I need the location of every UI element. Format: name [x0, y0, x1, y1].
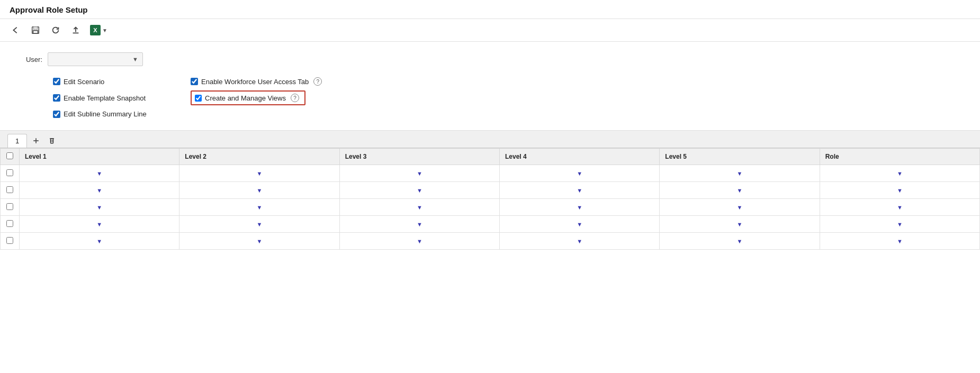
role-cell[interactable]: ▼: [820, 165, 979, 182]
role-dropdown[interactable]: ▼: [823, 168, 976, 179]
level1-cell[interactable]: ▼: [20, 233, 179, 250]
level5-cell[interactable]: ▼: [660, 233, 820, 250]
header-level5: Level 5: [660, 149, 820, 165]
excel-button[interactable]: X ▼: [88, 23, 110, 38]
tab-1[interactable]: 1: [7, 134, 27, 148]
edit-scenario-checkbox[interactable]: [53, 78, 60, 85]
user-dropdown[interactable]: ▼: [48, 52, 143, 66]
empty-col: [191, 108, 959, 120]
level1-cell[interactable]: ▼: [20, 182, 179, 199]
level2-cell[interactable]: ▼: [179, 199, 339, 216]
workforce-tab-label[interactable]: Enable Workforce User Access Tab: [201, 78, 309, 86]
level3-dropdown[interactable]: ▼: [343, 185, 496, 196]
level1-dropdown[interactable]: ▼: [23, 185, 176, 196]
level5-dropdown[interactable]: ▼: [663, 168, 816, 179]
workforce-tab-checkbox[interactable]: [191, 78, 198, 85]
level1-dropdown-arrow: ▼: [96, 221, 102, 228]
delete-tab-button[interactable]: [45, 134, 59, 148]
level4-dropdown[interactable]: ▼: [503, 202, 656, 213]
upload-button[interactable]: [68, 23, 84, 38]
level1-cell[interactable]: ▼: [20, 216, 179, 233]
role-dropdown[interactable]: ▼: [823, 185, 976, 196]
add-tab-button[interactable]: [29, 134, 43, 148]
level4-dropdown-arrow: ▼: [577, 221, 582, 228]
template-snapshot-label[interactable]: Enable Template Snapshot: [64, 94, 146, 102]
level5-cell[interactable]: ▼: [660, 216, 820, 233]
level5-dropdown[interactable]: ▼: [663, 202, 816, 213]
role-cell[interactable]: ▼: [820, 199, 979, 216]
select-all-checkbox[interactable]: [6, 152, 13, 159]
create-views-help-icon[interactable]: ?: [291, 94, 299, 102]
level5-cell[interactable]: ▼: [660, 199, 820, 216]
workforce-tab-help-icon[interactable]: ?: [313, 77, 322, 86]
level2-dropdown[interactable]: ▼: [183, 185, 336, 196]
refresh-button[interactable]: [48, 23, 64, 38]
create-views-label[interactable]: Create and Manage Views: [205, 94, 286, 102]
level3-cell[interactable]: ▼: [339, 216, 499, 233]
level2-dropdown[interactable]: ▼: [183, 235, 336, 247]
row-checkbox-1[interactable]: [6, 169, 13, 176]
row-checkbox-2[interactable]: [6, 186, 13, 193]
level5-cell[interactable]: ▼: [660, 182, 820, 199]
level1-dropdown[interactable]: ▼: [23, 168, 176, 179]
back-button[interactable]: [7, 23, 23, 38]
role-dropdown[interactable]: ▼: [823, 235, 976, 247]
level3-cell[interactable]: ▼: [339, 165, 499, 182]
subline-label[interactable]: Edit Subline Summary Line: [64, 110, 147, 118]
table-row: ▼▼▼▼▼▼: [1, 216, 980, 233]
level4-cell[interactable]: ▼: [499, 165, 659, 182]
level5-dropdown-arrow: ▼: [737, 170, 743, 177]
svg-rect-2: [33, 31, 38, 33]
header-level3: Level 3: [339, 149, 499, 165]
level5-dropdown[interactable]: ▼: [663, 235, 816, 247]
level2-cell[interactable]: ▼: [179, 216, 339, 233]
level4-cell[interactable]: ▼: [499, 233, 659, 250]
level4-dropdown[interactable]: ▼: [503, 185, 656, 196]
level5-dropdown[interactable]: ▼: [663, 185, 816, 196]
level2-dropdown[interactable]: ▼: [183, 168, 336, 179]
subline-checkbox[interactable]: [53, 111, 60, 118]
level3-dropdown[interactable]: ▼: [343, 168, 496, 179]
level5-dropdown-arrow: ▼: [737, 238, 743, 244]
level2-dropdown[interactable]: ▼: [183, 202, 336, 213]
level3-dropdown[interactable]: ▼: [343, 202, 496, 213]
level3-cell[interactable]: ▼: [339, 233, 499, 250]
save-button[interactable]: [28, 23, 43, 38]
level3-cell[interactable]: ▼: [339, 199, 499, 216]
row-checkbox-3[interactable]: [6, 203, 13, 210]
level5-cell[interactable]: ▼: [660, 165, 820, 182]
level1-dropdown[interactable]: ▼: [23, 219, 176, 230]
row-checkbox-5[interactable]: [6, 237, 13, 244]
level2-cell[interactable]: ▼: [179, 182, 339, 199]
role-cell[interactable]: ▼: [820, 233, 979, 250]
level4-cell[interactable]: ▼: [499, 182, 659, 199]
level3-cell[interactable]: ▼: [339, 182, 499, 199]
row-checkbox-4[interactable]: [6, 220, 13, 227]
level2-cell[interactable]: ▼: [179, 165, 339, 182]
level3-dropdown[interactable]: ▼: [343, 235, 496, 247]
grid-container: Level 1 Level 2 Level 3 Level 4 Level 5 …: [0, 148, 980, 250]
level4-dropdown[interactable]: ▼: [503, 168, 656, 179]
role-cell[interactable]: ▼: [820, 216, 979, 233]
level4-cell[interactable]: ▼: [499, 199, 659, 216]
edit-scenario-label[interactable]: Edit Scenario: [64, 78, 104, 86]
level2-cell[interactable]: ▼: [179, 233, 339, 250]
level5-dropdown[interactable]: ▼: [663, 219, 816, 230]
level1-cell[interactable]: ▼: [20, 199, 179, 216]
level4-cell[interactable]: ▼: [499, 216, 659, 233]
header-level4: Level 4: [499, 149, 659, 165]
create-views-highlight-box: Create and Manage Views ?: [191, 90, 305, 105]
role-cell[interactable]: ▼: [820, 182, 979, 199]
level1-dropdown[interactable]: ▼: [23, 235, 176, 247]
level4-dropdown[interactable]: ▼: [503, 219, 656, 230]
role-dropdown[interactable]: ▼: [823, 219, 976, 230]
role-dropdown[interactable]: ▼: [823, 202, 976, 213]
level1-dropdown[interactable]: ▼: [23, 202, 176, 213]
level1-dropdown-arrow: ▼: [96, 238, 102, 244]
level1-cell[interactable]: ▼: [20, 165, 179, 182]
level3-dropdown[interactable]: ▼: [343, 219, 496, 230]
create-views-checkbox[interactable]: [195, 95, 202, 102]
level4-dropdown[interactable]: ▼: [503, 235, 656, 247]
template-snapshot-checkbox[interactable]: [53, 94, 60, 102]
level2-dropdown[interactable]: ▼: [183, 219, 336, 230]
